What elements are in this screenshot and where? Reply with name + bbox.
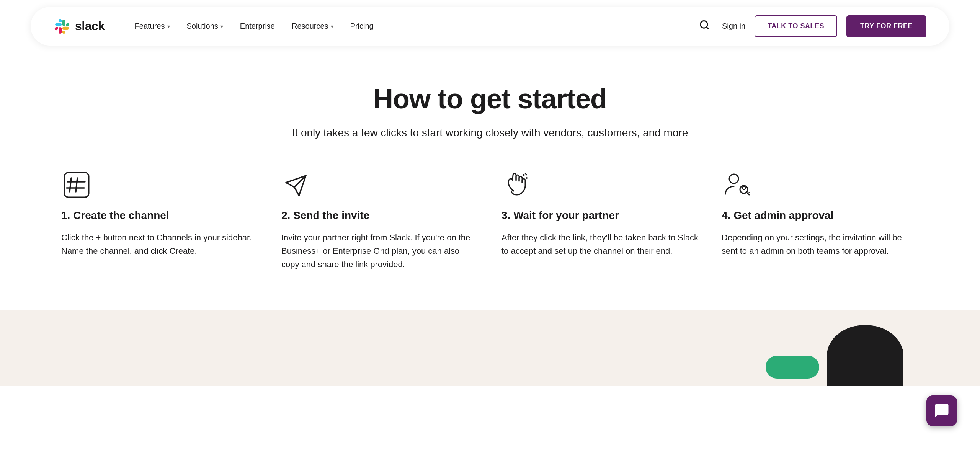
wave-icon xyxy=(501,170,532,200)
svg-line-1 xyxy=(706,27,708,29)
step-2: 2. Send the invite Invite your partner r… xyxy=(281,170,479,271)
nav-resources[interactable]: Resources ▾ xyxy=(285,18,340,34)
features-chevron-icon: ▾ xyxy=(167,23,170,29)
admin-icon xyxy=(722,170,752,200)
step-1-title: 1. Create the channel xyxy=(61,209,258,222)
svg-point-15 xyxy=(742,186,745,189)
page-title: How to get started xyxy=(61,83,919,114)
search-icon[interactable] xyxy=(696,16,713,36)
svg-line-3 xyxy=(70,178,71,192)
svg-line-4 xyxy=(76,178,77,192)
steps-grid: 1. Create the channel Click the + button… xyxy=(61,170,919,271)
step-3-title: 3. Wait for your partner xyxy=(501,209,699,222)
nav-links: Features ▾ Solutions ▾ Enterprise Resour… xyxy=(128,18,696,34)
nav-solutions[interactable]: Solutions ▾ xyxy=(180,18,230,34)
signin-link[interactable]: Sign in xyxy=(722,22,745,31)
step-2-description: Invite your partner right from Slack. If… xyxy=(281,231,479,271)
step-3: 3. Wait for your partner After they clic… xyxy=(501,170,699,271)
send-icon xyxy=(281,170,312,200)
bottom-section xyxy=(0,310,980,386)
solutions-chevron-icon: ▾ xyxy=(220,23,223,29)
step-4-title: 4. Get admin approval xyxy=(722,209,919,222)
nav-features[interactable]: Features ▾ xyxy=(128,18,177,34)
green-button-shape xyxy=(766,356,819,379)
nav-pricing[interactable]: Pricing xyxy=(343,18,381,34)
try-for-free-button[interactable]: TRY FOR FREE xyxy=(846,15,926,37)
step-2-title: 2. Send the invite xyxy=(281,209,479,222)
slack-logo[interactable]: slack xyxy=(54,18,105,35)
dark-blob-shape xyxy=(827,325,903,386)
svg-line-9 xyxy=(525,173,527,175)
step-1-description: Click the + button next to Channels in y… xyxy=(61,231,258,258)
talk-to-sales-button[interactable]: TALK TO SALES xyxy=(755,15,837,37)
svg-point-8 xyxy=(526,177,528,179)
nav-enterprise[interactable]: Enterprise xyxy=(233,18,282,34)
logo-text: slack xyxy=(75,19,105,33)
navigation: slack Features ▾ Solutions ▾ Enterprise … xyxy=(0,0,980,52)
step-4-description: Depending on your settings, the invitati… xyxy=(722,231,919,258)
step-4: 4. Get admin approval Depending on your … xyxy=(722,170,919,271)
main-content: How to get started It only takes a few c… xyxy=(0,52,980,310)
nav-right: Sign in TALK TO SALES TRY FOR FREE xyxy=(696,15,926,37)
page-subtitle: It only takes a few clicks to start work… xyxy=(61,127,919,139)
svg-line-13 xyxy=(748,193,749,193)
svg-point-7 xyxy=(523,174,525,176)
step-1: 1. Create the channel Click the + button… xyxy=(61,170,258,271)
chat-button[interactable] xyxy=(926,395,957,426)
hash-icon xyxy=(61,170,92,200)
resources-chevron-icon: ▾ xyxy=(331,23,333,29)
decorative-shapes xyxy=(766,325,903,386)
step-3-description: After they click the link, they'll be ta… xyxy=(501,231,699,258)
svg-point-10 xyxy=(729,174,738,183)
